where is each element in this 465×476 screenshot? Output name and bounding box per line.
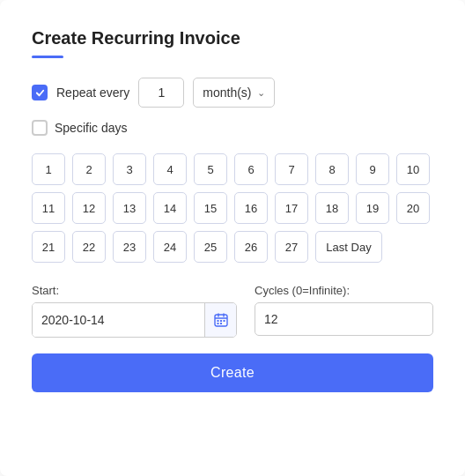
day-btn-11[interactable]: 11 <box>32 192 65 224</box>
cycles-field-group: Cycles (0=Infinite): <box>255 284 433 336</box>
svg-rect-2 <box>220 320 222 322</box>
start-label: Start: <box>32 284 237 297</box>
day-btn-19[interactable]: 19 <box>356 192 389 224</box>
specific-days-label: Specific days <box>55 121 127 135</box>
day-btn-26[interactable]: 26 <box>234 231 268 263</box>
day-btn-21[interactable]: 21 <box>32 231 65 263</box>
specific-days-row: Specific days <box>32 120 433 136</box>
day-btn-2[interactable]: 2 <box>72 153 106 185</box>
day-btn-5[interactable]: 5 <box>194 153 227 185</box>
day-btn-14[interactable]: 14 <box>153 192 187 224</box>
last-day-button[interactable]: Last Day <box>315 231 382 263</box>
page-title: Create Recurring Invoice <box>32 28 433 48</box>
svg-rect-5 <box>220 323 222 324</box>
day-btn-17[interactable]: 17 <box>275 192 308 224</box>
specific-days-checkbox[interactable] <box>32 120 48 136</box>
repeat-checkbox[interactable] <box>32 85 48 100</box>
chevron-down-icon: ⌄ <box>257 87 265 99</box>
day-btn-20[interactable]: 20 <box>396 192 430 224</box>
day-btn-13[interactable]: 13 <box>113 192 146 224</box>
start-field-group: Start: <box>32 284 237 338</box>
cycles-input[interactable] <box>255 302 433 336</box>
cycles-label: Cycles (0=Infinite): <box>255 284 433 297</box>
day-btn-1[interactable]: 1 <box>32 153 65 185</box>
modal-card: Create Recurring Invoice Repeat every mo… <box>0 0 465 476</box>
day-btn-10[interactable]: 10 <box>396 153 430 185</box>
date-input-wrapper <box>32 302 237 338</box>
repeat-checkbox-wrapper[interactable] <box>32 85 48 100</box>
fields-row: Start: Cycles (0= <box>32 284 433 338</box>
days-grid: 1 2 3 4 5 6 7 8 9 10 11 12 13 14 15 16 1… <box>32 153 433 263</box>
day-btn-24[interactable]: 24 <box>153 231 187 263</box>
period-option-label: month(s) <box>203 86 251 100</box>
repeat-every-row: Repeat every month(s) ⌄ <box>32 78 433 108</box>
day-btn-15[interactable]: 15 <box>194 192 227 224</box>
repeat-every-label: Repeat every <box>56 86 129 100</box>
start-date-input[interactable] <box>33 303 204 337</box>
period-dropdown[interactable]: month(s) ⌄ <box>193 78 274 108</box>
day-btn-7[interactable]: 7 <box>275 153 308 185</box>
create-button[interactable]: Create <box>32 353 433 392</box>
day-btn-12[interactable]: 12 <box>72 192 106 224</box>
day-btn-16[interactable]: 16 <box>234 192 268 224</box>
calendar-icon <box>214 313 228 327</box>
day-btn-3[interactable]: 3 <box>113 153 146 185</box>
day-btn-18[interactable]: 18 <box>315 192 349 224</box>
day-btn-25[interactable]: 25 <box>194 231 227 263</box>
day-btn-6[interactable]: 6 <box>234 153 268 185</box>
day-btn-27[interactable]: 27 <box>275 231 308 263</box>
day-btn-22[interactable]: 22 <box>72 231 106 263</box>
svg-rect-3 <box>223 320 225 322</box>
day-btn-8[interactable]: 8 <box>315 153 349 185</box>
title-underline <box>32 56 63 58</box>
calendar-button[interactable] <box>204 303 236 337</box>
repeat-number-input[interactable] <box>138 78 184 108</box>
svg-rect-1 <box>217 320 218 322</box>
day-btn-4[interactable]: 4 <box>153 153 187 185</box>
svg-rect-4 <box>217 323 218 324</box>
day-btn-23[interactable]: 23 <box>113 231 146 263</box>
day-btn-9[interactable]: 9 <box>356 153 389 185</box>
